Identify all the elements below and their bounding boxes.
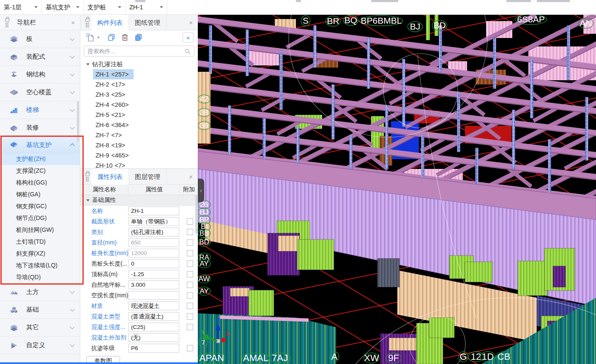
property-value-input[interactable] bbox=[128, 238, 179, 247]
toolbar-dropdown[interactable]: 支护桩 bbox=[84, 0, 126, 14]
duplicate-layers-icon[interactable] bbox=[133, 33, 144, 43]
attach-checkbox[interactable] bbox=[187, 261, 193, 267]
panel-tab[interactable]: 图纸管理 bbox=[129, 15, 167, 30]
panel-grip[interactable] bbox=[84, 17, 91, 28]
copy-icon[interactable] bbox=[106, 33, 117, 43]
expand-panel-button[interactable]: » bbox=[183, 33, 194, 43]
property-value-input[interactable] bbox=[128, 344, 179, 353]
lock-icon[interactable] bbox=[85, 173, 90, 176]
svg-text:BJ: BJ bbox=[200, 208, 208, 216]
property-value-input[interactable] bbox=[128, 312, 179, 321]
close-icon[interactable]: × bbox=[69, 19, 77, 26]
panel-grip[interactable] bbox=[3, 17, 11, 28]
property-value-input[interactable] bbox=[128, 291, 179, 300]
close-icon[interactable]: × bbox=[187, 173, 194, 180]
attach-checkbox[interactable] bbox=[187, 313, 193, 320]
panel-collapse-handle[interactable]: ‹ bbox=[198, 179, 204, 202]
tree-root-bored-pile[interactable]: 钻孔灌注桩 bbox=[80, 59, 198, 69]
search-input[interactable] bbox=[87, 48, 184, 54]
sidebar-group-pit-support[interactable]: 基坑支护 bbox=[0, 137, 80, 153]
sidebar-sub-item[interactable]: 钢节点(DG) bbox=[0, 212, 80, 224]
component-search bbox=[84, 46, 194, 57]
sidebar-group-item[interactable]: 钢结构 bbox=[0, 66, 80, 84]
property-group-header[interactable]: 基础属性 bbox=[80, 195, 198, 206]
sidebar-sub-item[interactable]: 格构柱(GG) bbox=[0, 177, 80, 189]
sidebar-sub-item[interactable]: 支撑梁(ZC) bbox=[0, 165, 80, 177]
sidebar-group-item[interactable]: 楼梯 bbox=[0, 101, 80, 119]
sidebar-group-item[interactable]: 空心楼盖 bbox=[0, 84, 80, 101]
3d-viewport[interactable]: SBRBQBP6BMBLBJBD6S8APAN42383626BJBPBIBEB… bbox=[198, 15, 596, 364]
property-value-input[interactable] bbox=[128, 280, 179, 289]
component-list-item[interactable]: ZH-2 <17> bbox=[93, 79, 130, 90]
sidebar-sub-item[interactable]: 钢支撑(GC) bbox=[0, 201, 80, 212]
component-list-item[interactable]: ZH-3 <25> bbox=[93, 90, 130, 100]
component-list-item[interactable]: ZH-1 <257> bbox=[93, 69, 134, 79]
component-list-item[interactable]: ZH-9 <465> bbox=[93, 150, 134, 160]
component-panel-tabs: 构件列表图纸管理 × bbox=[80, 15, 198, 30]
sidebar-sub-item[interactable]: 导墙(QD) bbox=[0, 272, 80, 283]
component-list-item[interactable]: ZH-8 <19> bbox=[93, 140, 130, 150]
attach-checkbox[interactable] bbox=[187, 239, 193, 246]
property-value-input[interactable] bbox=[128, 259, 179, 268]
property-scrollbar[interactable] bbox=[195, 195, 197, 234]
property-panel: 属性列表图层管理 × 属性名称 属性值 附加 基础属性 名称 bbox=[80, 169, 198, 362]
property-value-input[interactable] bbox=[128, 217, 179, 226]
chevron-up-icon bbox=[70, 143, 74, 148]
sidebar-sub-item[interactable]: 钢桩(GA) bbox=[0, 189, 80, 201]
lock-icon[interactable] bbox=[85, 19, 90, 22]
component-list-item[interactable]: ZH-6 <364> bbox=[93, 120, 134, 130]
sidebar-group-item[interactable]: 装配式 bbox=[0, 48, 80, 66]
property-value-input[interactable] bbox=[128, 249, 179, 258]
sidebar-sub-item[interactable]: 土钉墙(TD) bbox=[0, 236, 80, 248]
3d-scene[interactable]: SBRBQBP6BMBLBJBD6S8APAN42383626BJBPBIBEB… bbox=[198, 15, 596, 364]
component-list-item[interactable]: ZH-7 <7> bbox=[93, 130, 127, 140]
chevron-down-icon bbox=[70, 54, 74, 58]
panel-tab[interactable]: 图层管理 bbox=[129, 169, 167, 185]
sidebar-group-item[interactable]: 自定义 bbox=[0, 337, 80, 354]
sidebar-group-item[interactable]: 装修 bbox=[0, 119, 80, 137]
sidebar-group-icon bbox=[8, 123, 19, 133]
panel-tab[interactable]: 构件列表 bbox=[91, 15, 129, 30]
component-list-item[interactable]: ZH-5 <21> bbox=[93, 110, 130, 120]
attach-checkbox[interactable] bbox=[187, 303, 193, 309]
toolbar-dropdown[interactable]: ZH-1 bbox=[126, 0, 167, 14]
ribbon-fragment bbox=[371, 0, 398, 2]
sidebar-sub-item[interactable]: 斜支撑(XZ) bbox=[0, 248, 80, 260]
attach-checkbox[interactable] bbox=[187, 218, 193, 225]
sidebar-scrollbar[interactable] bbox=[77, 101, 79, 142]
sidebar-sub-item[interactable]: 桩间挂网(GW) bbox=[0, 224, 80, 236]
ribbon-fragment bbox=[296, 0, 301, 2]
attach-checkbox[interactable] bbox=[187, 324, 193, 330]
sidebar-sub-item[interactable]: 地下连续墙(LQ) bbox=[0, 260, 80, 272]
property-value-input[interactable] bbox=[128, 228, 179, 236]
chevron-down-icon[interactable] bbox=[97, 37, 100, 38]
property-value-input[interactable] bbox=[128, 206, 179, 215]
attach-checkbox[interactable] bbox=[187, 282, 193, 288]
property-value-input[interactable] bbox=[128, 302, 179, 310]
svg-text:XW: XW bbox=[364, 353, 379, 363]
sidebar-group-item[interactable]: 基础 bbox=[0, 301, 80, 319]
toolbar-dropdown[interactable]: 第-1层 bbox=[0, 0, 42, 14]
component-list-item[interactable]: ZH-4 <260> bbox=[93, 100, 134, 110]
sidebar-group-item[interactable]: 土方 bbox=[0, 283, 80, 301]
attach-checkbox[interactable] bbox=[187, 250, 193, 256]
attach-checkbox[interactable] bbox=[187, 229, 193, 235]
toolbar-dropdown[interactable]: 基坑支护 bbox=[42, 0, 84, 14]
sidebar-group-item[interactable]: 其它 bbox=[0, 319, 80, 337]
svg-text:BP6BMBL: BP6BMBL bbox=[361, 16, 402, 25]
property-value-input[interactable] bbox=[128, 333, 179, 342]
property-value-input[interactable] bbox=[128, 323, 179, 331]
sidebar-sub-item[interactable]: 支护桩(ZH) bbox=[0, 153, 80, 165]
panel-tab[interactable]: 属性列表 bbox=[91, 169, 129, 185]
close-icon[interactable]: × bbox=[187, 19, 194, 26]
delete-icon[interactable] bbox=[119, 33, 130, 43]
chevron-down-icon bbox=[118, 6, 121, 8]
attach-checkbox[interactable] bbox=[187, 345, 193, 351]
attach-checkbox[interactable] bbox=[187, 271, 193, 277]
new-component-icon[interactable] bbox=[85, 33, 96, 43]
lock-icon[interactable] bbox=[5, 19, 9, 22]
panel-grip[interactable] bbox=[84, 171, 91, 182]
attach-checkbox[interactable] bbox=[187, 292, 193, 299]
property-value-input[interactable] bbox=[128, 270, 179, 279]
sidebar-group-item[interactable]: 板 bbox=[0, 30, 80, 48]
